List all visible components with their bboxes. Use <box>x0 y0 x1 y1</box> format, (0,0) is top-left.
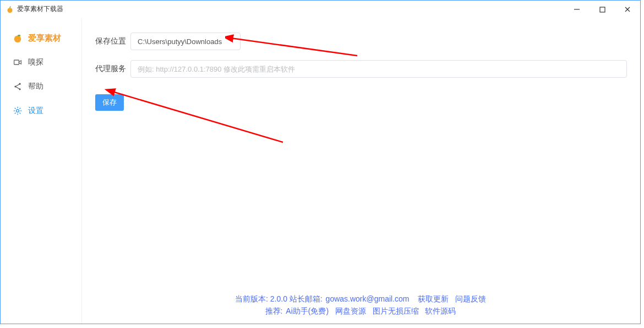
footer-rec-source[interactable]: 软件源码 <box>425 307 456 315</box>
svg-line-23 <box>112 92 283 142</box>
save-path-value: C:\Users\putyy\Downloads <box>138 37 222 46</box>
sidebar-item-label: 嗅探 <box>28 57 43 67</box>
peach-icon <box>13 33 23 43</box>
svg-rect-7 <box>14 60 19 64</box>
proxy-label: 代理服务 <box>95 64 130 74</box>
svg-line-20 <box>20 108 21 109</box>
footer-version-label: 当前版本: <box>235 294 270 303</box>
settings-panel: 保存位置 C:\Users\putyy\Downloads 代理服务 保存 <box>82 18 640 324</box>
sidebar: 爱享素材 嗅探 <box>1 18 82 324</box>
svg-line-18 <box>15 108 16 109</box>
footer-update-link[interactable]: 获取更新 <box>418 294 449 303</box>
footer-rec-netdisk[interactable]: 网盘资源 <box>335 307 366 315</box>
svg-point-13 <box>17 110 19 112</box>
sidebar-item-label: 帮助 <box>28 82 43 92</box>
svg-line-12 <box>16 87 19 89</box>
svg-rect-2 <box>600 7 605 12</box>
app-window: 爱享素材下载器 爱享素材 <box>0 0 641 324</box>
svg-point-5 <box>14 36 21 43</box>
svg-point-0 <box>7 8 12 13</box>
footer-feedback-link[interactable]: 问题反馈 <box>455 294 486 303</box>
sidebar-item-home[interactable]: 爱享素材 <box>1 26 81 50</box>
video-icon <box>13 57 23 67</box>
app-title: 爱享素材下载器 <box>17 4 63 14</box>
sidebar-item-settings[interactable]: 设置 <box>1 99 81 123</box>
gear-icon <box>13 106 23 116</box>
form-row-save-path: 保存位置 C:\Users\putyy\Downloads <box>95 33 627 50</box>
app-body: 爱享素材 嗅探 <box>1 18 640 324</box>
sidebar-item-label: 爱享素材 <box>28 33 61 44</box>
footer-rec-ai[interactable]: Ai助手(免费) <box>286 307 329 315</box>
window-controls <box>564 1 640 18</box>
sidebar-item-help[interactable]: 帮助 <box>1 74 81 99</box>
footer-email-link[interactable]: gowas.work@gmail.com <box>326 294 410 303</box>
maximize-button[interactable] <box>590 1 615 18</box>
close-button[interactable] <box>615 1 640 18</box>
titlebar: 爱享素材下载器 <box>1 1 640 18</box>
footer-rec-image[interactable]: 图片无损压缩 <box>373 307 419 315</box>
save-path-selector[interactable]: C:\Users\putyy\Downloads <box>130 33 241 50</box>
form-row-proxy: 代理服务 <box>95 60 627 78</box>
minimize-button[interactable] <box>564 1 590 18</box>
footer-email-label: 站长邮箱: <box>287 294 325 303</box>
annotation-arrow-icon <box>101 82 288 148</box>
sidebar-item-sniff[interactable]: 嗅探 <box>1 50 81 74</box>
save-path-label: 保存位置 <box>95 36 130 46</box>
svg-line-11 <box>16 84 19 86</box>
footer-recommend-label: 推荐: <box>265 307 285 315</box>
save-button[interactable]: 保存 <box>95 94 124 111</box>
footer: 当前版本: 2.0.0 站长邮箱: gowas.work@gmail.com 获… <box>82 293 640 317</box>
share-icon <box>13 82 23 92</box>
svg-line-19 <box>20 113 21 114</box>
svg-line-21 <box>15 113 16 114</box>
app-icon <box>6 6 14 13</box>
sidebar-item-label: 设置 <box>28 106 43 116</box>
footer-version: 2.0.0 <box>270 294 287 303</box>
proxy-input[interactable] <box>130 60 627 78</box>
svg-point-6 <box>18 35 20 36</box>
